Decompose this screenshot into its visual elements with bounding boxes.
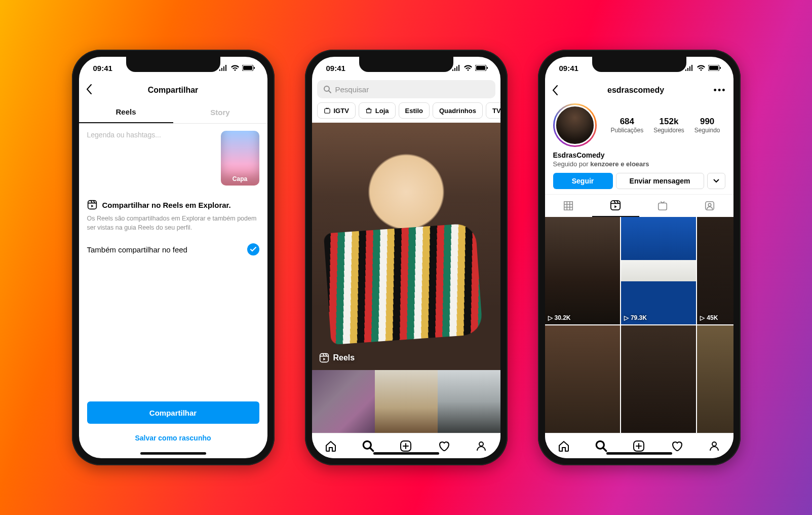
svg-rect-16 — [611, 201, 620, 210]
reel-cell[interactable] — [621, 325, 696, 433]
status-icons — [219, 65, 255, 71]
reel-cell[interactable] — [545, 325, 620, 433]
phone-share: 09:41 Compartilhar Reels Story Legenda o… — [72, 50, 275, 465]
chip-estilo[interactable]: Estilo — [399, 102, 430, 119]
reel-cell[interactable] — [697, 325, 733, 433]
search-placeholder: Pesquisar — [335, 85, 369, 94]
search-icon — [323, 85, 331, 93]
profile-display-name: EsdrasComedy — [545, 151, 733, 159]
message-button[interactable]: Enviar mensagem — [616, 173, 704, 189]
search-input[interactable]: Pesquisar — [317, 80, 495, 98]
svg-rect-1 — [243, 66, 252, 70]
status-icons — [452, 65, 488, 71]
profile-stats: 684 Publicações 152k Seguidores 990 Segu… — [606, 117, 725, 134]
profile-media-tabs — [545, 194, 733, 217]
nav-profile-icon[interactable] — [708, 439, 721, 453]
dropdown-button[interactable] — [707, 173, 725, 189]
explore-desc: Os Reels são compartilhados em Explorar … — [87, 214, 259, 232]
reel-cell[interactable]: ▷30.2K — [545, 217, 620, 324]
followed-by[interactable]: Seguido por kenzoere e eloears — [545, 159, 733, 173]
share-button[interactable]: Compartilhar — [87, 401, 259, 424]
share-feed-check-icon[interactable] — [247, 243, 259, 255]
cover-thumbnail[interactable]: Capa — [221, 131, 259, 186]
home-indicator — [140, 452, 206, 455]
follow-button[interactable]: Seguir — [553, 173, 613, 189]
svg-rect-6 — [487, 67, 488, 69]
svg-point-22 — [712, 442, 716, 446]
explore-reel-hero[interactable]: Reels — [312, 123, 500, 370]
svg-rect-14 — [709, 66, 718, 70]
nav-heart-icon[interactable] — [670, 439, 683, 453]
caption-input[interactable]: Legenda ou hashtags... — [87, 131, 215, 186]
play-icon: ▷ — [700, 314, 705, 321]
status-bar: 09:41 — [545, 57, 733, 79]
reels-badge: Reels — [319, 353, 355, 363]
svg-rect-17 — [659, 203, 667, 210]
avatar[interactable] — [553, 103, 597, 147]
tab-story[interactable]: Story — [173, 101, 267, 123]
share-feed-row[interactable]: Também compartilhar no feed — [87, 243, 259, 255]
explore-tile[interactable] — [438, 370, 500, 433]
back-icon[interactable] — [86, 84, 92, 94]
reels-icon — [87, 200, 97, 210]
nav-search-icon[interactable] — [595, 439, 608, 453]
status-bar: 09:41 — [79, 57, 267, 79]
reels-icon — [319, 353, 329, 363]
cover-label: Capa — [233, 175, 247, 182]
svg-point-12 — [479, 442, 483, 446]
svg-rect-9 — [320, 354, 328, 362]
chip-tv[interactable]: TV e cin — [486, 102, 500, 119]
more-icon[interactable]: ••• — [714, 85, 726, 96]
share-tabs: Reels Story — [79, 101, 267, 124]
nav-heart-icon[interactable] — [437, 439, 450, 453]
tab-igtv-icon[interactable] — [639, 195, 686, 217]
status-icons — [685, 65, 721, 71]
tab-tagged-icon[interactable] — [686, 195, 733, 217]
tab-reels[interactable]: Reels — [79, 101, 173, 123]
svg-rect-2 — [254, 67, 255, 69]
hero-content-image — [323, 223, 483, 345]
home-indicator — [373, 452, 439, 455]
explore-tile[interactable] — [375, 370, 438, 433]
nav-home-icon[interactable] — [557, 439, 570, 453]
save-draft-button[interactable]: Salvar como rascunho — [87, 428, 259, 448]
nav-add-icon[interactable] — [632, 439, 645, 453]
stat-followers[interactable]: 152k Seguidores — [653, 117, 684, 134]
stat-following[interactable]: 990 Seguindo — [694, 117, 720, 134]
tab-reels-icon[interactable] — [592, 195, 639, 217]
phone-profile: 09:41 esdrascomedy ••• 684 Publicações 1… — [538, 50, 741, 465]
reels-grid: ▷30.2K ▷79.3K ▷45K — [545, 217, 733, 433]
back-icon[interactable] — [552, 85, 558, 95]
svg-rect-5 — [476, 66, 485, 70]
status-bar: 09:41 — [312, 57, 500, 79]
chip-loja[interactable]: Loja — [359, 102, 396, 119]
explore-tile[interactable] — [312, 370, 375, 433]
profile-username: esdrascomedy — [558, 86, 714, 95]
reel-cell[interactable]: ▷45K — [697, 217, 733, 324]
reel-cell[interactable]: ▷79.3K — [621, 217, 696, 324]
nav-search-icon[interactable] — [362, 439, 375, 453]
nav-profile-icon[interactable] — [475, 439, 488, 453]
chip-igtv[interactable]: IGTV — [317, 102, 356, 119]
svg-point-19 — [708, 203, 711, 206]
status-time: 09:41 — [93, 64, 112, 72]
status-time: 09:41 — [326, 64, 345, 72]
stat-posts[interactable]: 684 Publicações — [610, 117, 643, 134]
nav-home-icon[interactable] — [324, 439, 337, 453]
svg-rect-8 — [324, 109, 330, 114]
tab-grid-icon[interactable] — [545, 195, 592, 217]
status-time: 09:41 — [559, 64, 578, 72]
share-header: Compartilhar — [79, 79, 267, 101]
play-icon: ▷ — [548, 314, 553, 321]
share-feed-label: Também compartilhar no feed — [87, 245, 187, 254]
svg-rect-3 — [88, 201, 96, 209]
nav-add-icon[interactable] — [399, 439, 412, 453]
share-title: Compartilhar — [148, 86, 199, 95]
svg-rect-15 — [720, 67, 721, 69]
play-icon: ▷ — [624, 314, 629, 321]
explore-heading: Compartilhar no Reels em Explorar. — [102, 201, 231, 209]
igtv-icon — [324, 107, 331, 114]
bag-icon — [365, 107, 372, 114]
chip-quadrinhos[interactable]: Quadrinhos — [433, 102, 483, 119]
phone-explore: 09:41 Pesquisar IGTV Loja Estilo Qua — [305, 50, 508, 465]
